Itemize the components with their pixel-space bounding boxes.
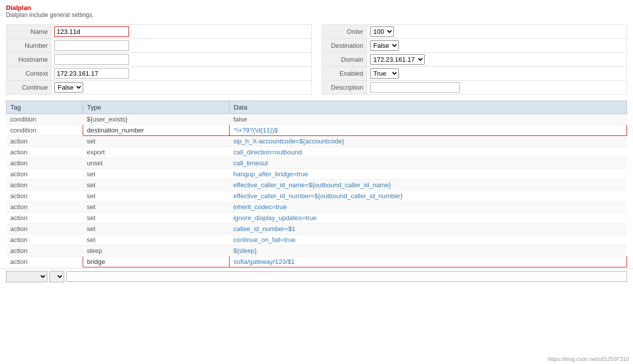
form-row-name: Name xyxy=(6,25,312,39)
cell-type: set xyxy=(83,191,229,202)
enabled-value: True False xyxy=(367,67,627,81)
data-table: Tag Type Data condition${user_exists}fal… xyxy=(6,101,627,267)
domain-select[interactable]: 172.23.161.17 xyxy=(370,54,425,65)
cell-data: call_direction=outbound xyxy=(229,147,627,158)
form-row-enabled: Enabled True False xyxy=(322,67,627,81)
hostname-input[interactable] xyxy=(54,54,129,65)
table-row: condition${user_exists}false xyxy=(6,114,627,125)
description-input[interactable] xyxy=(370,82,460,93)
continue-value: False True xyxy=(51,81,312,95)
cell-type: export xyxy=(83,147,229,158)
number-value xyxy=(51,39,312,53)
table-row: actionsetsip_h_X-accountcode=${accountco… xyxy=(6,136,627,147)
order-select[interactable]: 100 xyxy=(370,26,394,37)
context-label: Context xyxy=(6,67,51,81)
cell-tag: action xyxy=(6,158,83,169)
cell-tag: action xyxy=(6,191,83,202)
form-row-order: Order 100 xyxy=(322,25,627,39)
col-tag: Tag xyxy=(6,101,83,114)
cell-tag: action xyxy=(6,147,83,158)
domain-value: 172.23.161.17 xyxy=(367,53,627,67)
cell-tag: action xyxy=(6,235,83,245)
cell-type: set xyxy=(83,235,229,245)
cell-data: ignore_display_updates=true xyxy=(229,213,627,224)
table-row: actionseteffective_caller_id_number=${ou… xyxy=(6,191,627,202)
cell-tag: action xyxy=(6,169,83,180)
name-input[interactable] xyxy=(54,26,129,37)
destination-value: False True xyxy=(367,39,627,53)
cell-data: continue_on_fail=true xyxy=(229,235,627,245)
cell-type: sleep xyxy=(83,245,229,256)
col-data: Data xyxy=(229,101,627,114)
destination-select[interactable]: False True xyxy=(370,40,399,51)
domain-label: Domain xyxy=(322,53,367,67)
context-value xyxy=(51,67,312,81)
destination-label: Destination xyxy=(322,39,367,53)
cell-type: set xyxy=(83,136,229,147)
table-row: actionunsetcall_timeout xyxy=(6,158,627,169)
form-section: Name Number Hostname Context xyxy=(0,20,633,97)
cell-tag: condition xyxy=(6,125,83,136)
form-row-context: Context xyxy=(6,67,312,81)
context-input[interactable] xyxy=(54,68,129,79)
cell-data: false xyxy=(229,114,627,125)
cell-tag: action xyxy=(6,136,83,147)
continue-select[interactable]: False True xyxy=(54,82,83,93)
cell-tag: action xyxy=(6,224,83,235)
table-row: conditiondestination_number^\+?9?(\d{11}… xyxy=(6,125,627,136)
cell-data: ${sleep} xyxy=(229,245,627,256)
bottom-row: action condition xyxy=(0,268,633,284)
cell-data: sofia/gateway/123/$1 xyxy=(229,256,627,267)
cell-tag: action xyxy=(6,213,83,224)
description-label: Description xyxy=(322,81,367,95)
form-row-hostname: Hostname xyxy=(6,53,312,67)
form-row-number: Number xyxy=(6,39,312,53)
number-input[interactable] xyxy=(54,40,129,51)
name-label: Name xyxy=(6,25,51,39)
bottom-select-1[interactable]: action condition xyxy=(6,271,47,282)
cell-type: set xyxy=(83,213,229,224)
table-row: actionsetignore_display_updates=true xyxy=(6,213,627,224)
table-row: actionbridgesofia/gateway/123/$1 xyxy=(6,256,627,267)
table-row: actionsetcallee_id_number=$1 xyxy=(6,224,627,235)
name-value xyxy=(51,25,312,39)
hostname-label: Hostname xyxy=(6,53,51,67)
table-row: actionsetinherit_codec=true xyxy=(6,202,627,213)
cell-tag: action xyxy=(6,180,83,191)
page-header: Dialplan Dialplan include general settin… xyxy=(0,0,633,20)
cell-tag: action xyxy=(6,245,83,256)
form-row-description: Description xyxy=(322,81,627,95)
col-type: Type xyxy=(83,101,229,114)
bottom-input[interactable] xyxy=(66,271,627,282)
cell-type: set xyxy=(83,169,229,180)
page-subtitle: Dialplan include general settings. xyxy=(6,11,627,18)
cell-data: effective_caller_id_name=${outbound_call… xyxy=(229,180,627,191)
table-header-row: Tag Type Data xyxy=(6,101,627,114)
table-row: actionsleep${sleep} xyxy=(6,245,627,256)
order-label: Order xyxy=(322,25,367,39)
cell-tag: action xyxy=(6,256,83,267)
table-row: actionsetcontinue_on_fail=true xyxy=(6,235,627,245)
order-value: 100 xyxy=(367,25,627,39)
bottom-select-2[interactable] xyxy=(49,271,64,282)
cell-data: callee_id_number=$1 xyxy=(229,224,627,235)
form-row-destination: Destination False True xyxy=(322,39,627,53)
cell-data: ^\+?9?(\d{11})$ xyxy=(229,125,627,136)
description-value xyxy=(367,81,627,95)
cell-type: set xyxy=(83,224,229,235)
form-left: Name Number Hostname Context xyxy=(6,24,312,95)
cell-type: bridge xyxy=(83,256,229,267)
table-row: actionexportcall_direction=outbound xyxy=(6,147,627,158)
cell-data: sip_h_X-accountcode=${accountcode} xyxy=(229,136,627,147)
cell-data: inherit_codec=true xyxy=(229,202,627,213)
table-row: actionsethangup_after_bridge=true xyxy=(6,169,627,180)
cell-tag: action xyxy=(6,202,83,213)
form-row-domain: Domain 172.23.161.17 xyxy=(322,53,627,67)
enabled-select[interactable]: True False xyxy=(370,68,399,79)
enabled-label: Enabled xyxy=(322,67,367,81)
cell-type: destination_number xyxy=(83,125,229,136)
form-right: Order 100 Destination False True Domain xyxy=(322,24,628,95)
cell-tag: condition xyxy=(6,114,83,125)
cell-data: call_timeout xyxy=(229,158,627,169)
cell-type: ${user_exists} xyxy=(83,114,229,125)
